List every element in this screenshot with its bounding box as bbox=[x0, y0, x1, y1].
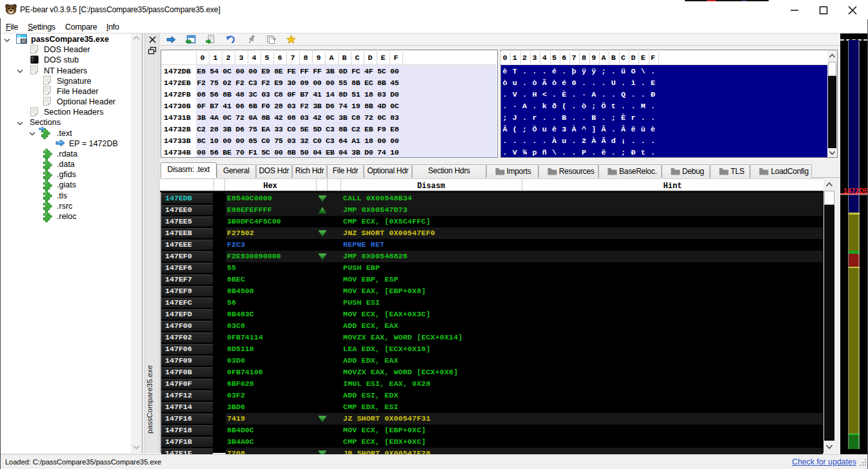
svg-text:32: 32 bbox=[21, 39, 26, 43]
svg-text:C:: C: bbox=[32, 57, 35, 61]
